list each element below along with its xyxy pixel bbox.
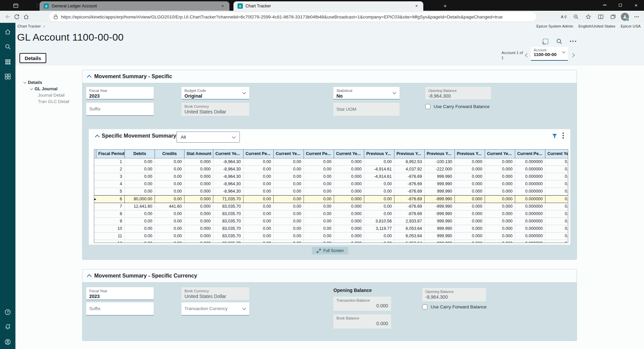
grid-cell[interactable]: 7 xyxy=(96,203,125,210)
grid-cell[interactable]: 0.000000 xyxy=(515,240,545,243)
grid-cell[interactable]: 0.00 xyxy=(155,181,184,188)
grid-cell[interactable]: 83,035.70 xyxy=(213,218,244,225)
grid-cell[interactable]: 0.000 xyxy=(485,188,515,195)
grid-cell[interactable]: 0.00 xyxy=(274,158,304,165)
grid-cell[interactable]: 0.000 xyxy=(184,210,213,217)
grid-cell[interactable]: 0.00 xyxy=(155,240,184,243)
grid-cell[interactable]: 0.000 xyxy=(184,196,213,203)
grid-cell[interactable]: 0.000 xyxy=(455,181,485,188)
grid-cell[interactable]: 0.00 xyxy=(274,225,304,232)
grid-cell[interactable]: 0.00 xyxy=(244,173,274,180)
grid-cell[interactable]: -8,964.30 xyxy=(213,158,244,165)
grid-row[interactable]: 110.000.000.00083,035.700.000.000.000.00… xyxy=(94,233,568,240)
grid-cell[interactable]: 1 xyxy=(96,158,125,165)
grid-cell[interactable]: 0.000 xyxy=(184,173,213,180)
grid-cell[interactable]: 9 xyxy=(96,218,125,225)
grid-cell[interactable]: 6,053.64 xyxy=(394,240,425,243)
grid-cell[interactable]: 0.00 xyxy=(244,188,274,195)
grid-row[interactable]: 40.000.000.000-8,964.300.000.000.000.000… xyxy=(94,181,568,188)
grid-row[interactable]: 100.000.000.00083,035.700.000.000.000.00… xyxy=(94,225,568,233)
grid-cell[interactable]: 0.00 xyxy=(155,225,184,232)
filter-funnel-icon[interactable] xyxy=(552,133,557,140)
grid-cell[interactable]: 0.00 xyxy=(274,166,304,173)
grid-cell[interactable]: 0.00 xyxy=(364,158,394,165)
help-icon[interactable]: ? xyxy=(0,306,15,318)
grid-cell[interactable]: 0.00 xyxy=(545,203,568,210)
previous-record-icon[interactable] xyxy=(525,53,529,57)
grid-cell[interactable]: 0.000 xyxy=(184,218,213,225)
breadcrumb-link[interactable]: Chart Tracker xyxy=(17,24,41,28)
grid-cell[interactable]: 0.000 xyxy=(455,173,485,180)
panel-header[interactable]: Movement Summary - Specific xyxy=(83,70,577,83)
grid-cell[interactable]: 83,035.70 xyxy=(213,225,244,232)
site-link[interactable]: Epicor USA xyxy=(621,24,641,28)
grid-cell[interactable]: 6 xyxy=(96,196,125,203)
grid-cell[interactable]: 4 xyxy=(96,181,125,188)
grid-column-header[interactable]: Credits xyxy=(155,150,184,158)
tab-general-ledger-account[interactable]: e General Ledger Account × xyxy=(40,1,229,11)
window-maximize-button[interactable] xyxy=(612,0,628,10)
grid-cell[interactable]: 0.00 xyxy=(304,166,334,173)
grid-cell[interactable]: 0.00 xyxy=(364,196,394,203)
grid-cell[interactable]: 0.00 xyxy=(155,196,184,203)
grid-cell[interactable]: 0.00 xyxy=(155,188,184,195)
grid-cell[interactable]: 999.990 xyxy=(425,181,455,188)
grid-cell[interactable]: 0.000000 xyxy=(515,210,545,217)
grid-cell[interactable]: 0.00 xyxy=(274,218,304,225)
grid-cell[interactable]: 0.000 xyxy=(485,233,515,240)
grid-cell[interactable]: 0.00 xyxy=(125,240,155,243)
grid-cell[interactable]: 0.00 xyxy=(545,218,568,225)
grid-cell[interactable]: 0.00 xyxy=(545,181,568,188)
grid-cell[interactable]: 999.990 xyxy=(425,240,455,243)
grid-cell[interactable]: 0.00 xyxy=(545,196,568,203)
grid-cell[interactable]: 0.00 xyxy=(304,233,334,240)
grid-cell[interactable]: 0.00 xyxy=(274,173,304,180)
grid-cell[interactable]: 4,037.92 xyxy=(394,166,425,173)
grid-cell[interactable]: 0.00 xyxy=(125,188,155,195)
grid-cell[interactable]: 0.000 xyxy=(184,181,213,188)
grid-cell[interactable]: -8,964.30 xyxy=(213,188,244,195)
grid-cell[interactable]: 0.00 xyxy=(125,210,155,217)
split-screen-icon[interactable] xyxy=(596,12,605,21)
grid-cell[interactable]: 0.000 xyxy=(485,158,515,165)
tree-node-tran-glc-detail[interactable]: Tran GLC Detail xyxy=(38,99,69,104)
grid-cell[interactable]: 0.000000 xyxy=(515,158,545,165)
grid-cell[interactable]: 0.00 xyxy=(274,233,304,240)
apps-grid-icon[interactable] xyxy=(0,56,15,67)
grid-cell[interactable]: 0.000 xyxy=(334,218,364,225)
language-link[interactable]: English/United States xyxy=(579,24,615,28)
grid-cell[interactable]: -4,914.61 xyxy=(364,173,394,180)
grid-cell[interactable]: 0.000 xyxy=(334,188,364,195)
grid-cell[interactable]: 0.00 xyxy=(304,240,334,243)
grid-row[interactable]: 30.000.000.000-8,964.300.000.000.000.000… xyxy=(94,173,568,181)
grid-cell[interactable]: 0.00 xyxy=(304,188,334,195)
profile-avatar[interactable] xyxy=(621,13,629,21)
tree-node-gl-journal[interactable]: GL Journal xyxy=(35,86,57,91)
collapse-caret-icon[interactable] xyxy=(87,274,92,279)
grid-cell[interactable]: 3,119.77 xyxy=(364,225,394,232)
grid-cell[interactable]: 0.000 xyxy=(184,225,213,232)
grid-cell[interactable]: 11 xyxy=(96,233,125,240)
grid-cell[interactable]: 71,035.70 xyxy=(213,196,244,203)
grid-cell[interactable]: 0.00 xyxy=(125,218,155,225)
grid-cell[interactable]: -999.990 xyxy=(425,196,455,203)
grid-column-header[interactable]: Current Ye... xyxy=(334,150,364,158)
grid-cell[interactable]: 0.000 xyxy=(485,240,515,243)
grid-column-header[interactable]: Debits xyxy=(125,150,155,158)
grid-cell[interactable]: 0.000 xyxy=(455,218,485,225)
dashboards-tiles-icon[interactable] xyxy=(0,71,15,82)
grid-cell[interactable]: 0.00 xyxy=(545,173,568,180)
grid-cell[interactable]: 0.00 xyxy=(545,240,568,243)
grid-cell[interactable]: 0.000 xyxy=(455,196,485,203)
carry-forward-checkbox[interactable] xyxy=(422,304,427,309)
grid-cell[interactable]: -4,914.61 xyxy=(364,166,394,173)
grid-cell[interactable]: 0.00 xyxy=(155,210,184,217)
grid-cell[interactable]: 0.000 xyxy=(184,233,213,240)
grid-cell[interactable]: 0.000 xyxy=(334,203,364,210)
grid-cell[interactable]: 0.00 xyxy=(155,233,184,240)
grid-cell[interactable]: 0.000 xyxy=(184,240,213,243)
grid-row[interactable]: 20.000.000.000-8,964.300.000.000.000.000… xyxy=(94,166,568,173)
grid-row[interactable]: 50.000.000.000-8,964.300.000.000.000.000… xyxy=(94,188,568,195)
grid-cell[interactable]: 0.00 xyxy=(304,158,334,165)
favorites-star-icon[interactable] xyxy=(584,12,593,21)
